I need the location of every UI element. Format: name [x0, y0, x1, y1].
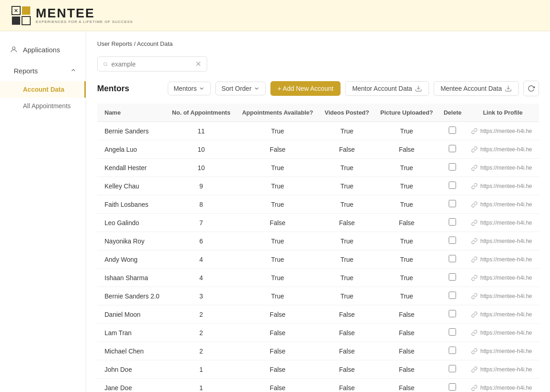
- delete-checkbox-13[interactable]: [449, 365, 456, 372]
- applications-icon: [9, 45, 18, 54]
- link-icon: [471, 183, 478, 189]
- cell-videos: True: [319, 269, 374, 287]
- link-text[interactable]: https://mentee-h4i.he: [480, 165, 532, 171]
- delete-checkbox-14[interactable]: [449, 383, 456, 391]
- cell-delete: [439, 379, 467, 392]
- cell-available: False: [236, 214, 319, 232]
- delete-checkbox-10[interactable]: [449, 310, 456, 317]
- table-row: Nayonika Roy 6 True True True https://me…: [97, 232, 539, 250]
- cell-videos: False: [319, 342, 374, 360]
- cell-videos: False: [319, 214, 374, 232]
- delete-checkbox-5[interactable]: [449, 218, 456, 226]
- cell-videos: False: [319, 305, 374, 324]
- svg-point-6: [12, 47, 15, 50]
- cell-picture: False: [375, 140, 439, 159]
- link-text[interactable]: https://mentee-h4i.he: [480, 183, 532, 189]
- cell-delete: [439, 214, 467, 232]
- cell-available: True: [236, 287, 319, 305]
- cell-appointments: 2: [166, 342, 236, 360]
- search-clear-icon[interactable]: ✕: [195, 60, 201, 68]
- link-icon: [471, 385, 478, 391]
- link-icon: [471, 330, 478, 336]
- link-text[interactable]: https://mentee-h4i.he: [480, 275, 532, 281]
- cell-available: False: [236, 342, 319, 360]
- cell-available: True: [236, 159, 319, 177]
- cell-link: https://mentee-h4i.he: [467, 140, 539, 159]
- link-text[interactable]: https://mentee-h4i.he: [480, 311, 532, 318]
- link-text[interactable]: https://mentee-h4i.he: [480, 238, 532, 244]
- cell-appointments: 1: [166, 360, 236, 379]
- cell-delete: [439, 122, 467, 140]
- sort-order-dropdown[interactable]: Sort Order: [215, 82, 265, 95]
- cell-delete: [439, 250, 467, 269]
- cell-videos: True: [319, 177, 374, 195]
- svg-rect-3: [22, 17, 30, 25]
- cell-link: https://mentee-h4i.he: [467, 305, 539, 324]
- link-text[interactable]: https://mentee-h4i.he: [480, 201, 532, 208]
- cell-link: https://mentee-h4i.he: [467, 269, 539, 287]
- delete-checkbox-0[interactable]: [449, 127, 456, 134]
- add-account-button[interactable]: + Add New Account: [270, 81, 341, 96]
- cell-available: False: [236, 305, 319, 324]
- link-text[interactable]: https://mentee-h4i.he: [480, 293, 532, 299]
- link-text[interactable]: https://mentee-h4i.he: [480, 256, 532, 263]
- cell-picture: True: [375, 232, 439, 250]
- cell-link: https://mentee-h4i.he: [467, 379, 539, 392]
- delete-checkbox-6[interactable]: [449, 237, 456, 244]
- delete-checkbox-7[interactable]: [449, 255, 456, 262]
- sidebar-item-applications[interactable]: Applications: [0, 39, 86, 61]
- svg-point-11: [104, 62, 107, 66]
- delete-checkbox-2[interactable]: [449, 163, 456, 171]
- link-icon: [471, 128, 478, 134]
- cell-appointments: 9: [166, 177, 236, 195]
- link-text[interactable]: https://mentee-h4i.he: [480, 385, 532, 391]
- cell-available: False: [236, 379, 319, 392]
- link-icon: [471, 238, 478, 244]
- mentee-export-button[interactable]: Mentee Account Data: [434, 81, 519, 96]
- link-icon: [471, 165, 478, 171]
- cell-name: Ishaan Sharma: [97, 269, 166, 287]
- delete-checkbox-11[interactable]: [449, 328, 456, 336]
- link-text[interactable]: https://mentee-h4i.he: [480, 128, 532, 134]
- cell-name: Kelley Chau: [97, 177, 166, 195]
- col-available: Appointments Available?: [236, 104, 319, 122]
- cell-delete: [439, 342, 467, 360]
- data-table-wrapper: Name No. of Appointments Appointments Av…: [97, 104, 539, 392]
- delete-checkbox-9[interactable]: [449, 292, 456, 299]
- link-text[interactable]: https://mentee-h4i.he: [480, 366, 532, 373]
- link-text[interactable]: https://mentee-h4i.he: [480, 220, 532, 226]
- cell-name: Nayonika Roy: [97, 232, 166, 250]
- cell-picture: False: [375, 360, 439, 379]
- table-row: Michael Chen 2 False False False https:/…: [97, 342, 539, 360]
- mentors-dropdown[interactable]: Mentors: [168, 82, 211, 95]
- search-input[interactable]: [111, 61, 192, 68]
- cell-appointments: 2: [166, 324, 236, 342]
- table-row: Lam Tran 2 False False False https://men…: [97, 324, 539, 342]
- cell-picture: False: [375, 305, 439, 324]
- reports-section-header[interactable]: Reports: [0, 61, 86, 81]
- delete-checkbox-4[interactable]: [449, 200, 456, 207]
- cell-link: https://mentee-h4i.he: [467, 287, 539, 305]
- cell-name: Bernie Sanders: [97, 122, 166, 140]
- cell-appointments: 2: [166, 305, 236, 324]
- cell-name: Daniel Moon: [97, 305, 166, 324]
- cell-available: True: [236, 177, 319, 195]
- delete-checkbox-8[interactable]: [449, 273, 456, 281]
- sidebar-item-account-data[interactable]: Account Data: [0, 81, 86, 98]
- cell-picture: False: [375, 379, 439, 392]
- delete-checkbox-12[interactable]: [449, 347, 456, 354]
- delete-checkbox-1[interactable]: [449, 145, 456, 152]
- breadcrumb: User Reports / Account Data: [97, 40, 539, 47]
- link-text[interactable]: https://mentee-h4i.he: [480, 146, 532, 153]
- cell-name: Leo Galindo: [97, 214, 166, 232]
- cell-delete: [439, 360, 467, 379]
- delete-checkbox-3[interactable]: [449, 182, 456, 189]
- refresh-button[interactable]: [523, 81, 539, 96]
- logo-main-text: MENTEE: [36, 7, 133, 20]
- link-text[interactable]: https://mentee-h4i.he: [480, 348, 532, 354]
- cell-name: Bernie Sanders 2.0: [97, 287, 166, 305]
- link-text[interactable]: https://mentee-h4i.he: [480, 330, 532, 336]
- sidebar-item-all-appointments[interactable]: All Appointments: [0, 98, 86, 114]
- mentor-export-button[interactable]: Mentor Account Data: [345, 81, 429, 96]
- cell-link: https://mentee-h4i.he: [467, 250, 539, 269]
